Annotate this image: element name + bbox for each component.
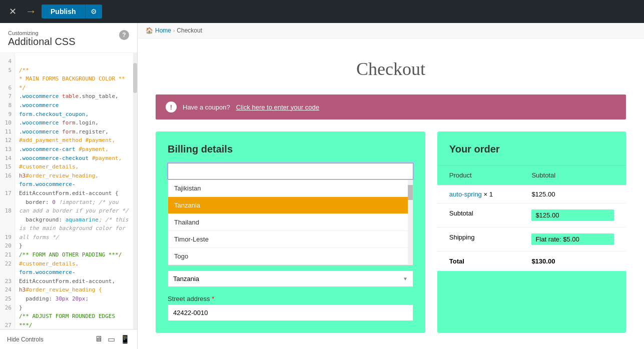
customizing-label: Customizing bbox=[8, 30, 76, 36]
order-shipping-row: Shipping Flat rate: $5.00 bbox=[437, 227, 626, 251]
mobile-icon[interactable]: 📱 bbox=[120, 334, 130, 344]
coupon-info-icon: ! bbox=[166, 102, 177, 112]
country-option-tanzania[interactable]: Tanzania bbox=[168, 197, 413, 214]
arrow-icon: → bbox=[26, 5, 37, 18]
desktop-icon[interactable]: 🖥 bbox=[95, 334, 103, 344]
publish-group: Publish ⚙ bbox=[42, 4, 102, 18]
country-option-tajikistan[interactable]: Tajikistan bbox=[168, 180, 413, 197]
home-icon: 🏠 bbox=[146, 27, 153, 34]
hide-controls-button[interactable]: Hide Controls bbox=[7, 336, 44, 343]
line-numbers: 4 5 6 7 8 9 10 11 12 13 14 15 16 17 18 bbox=[0, 53, 15, 329]
coupon-link[interactable]: Click here to enter your code bbox=[236, 104, 319, 111]
order-shipping-value: Flat rate: $5.00 bbox=[531, 234, 614, 245]
selected-country-bar[interactable]: Tanzania ▼ bbox=[168, 270, 413, 287]
sidebar-header-left: Customizing Additional CSS bbox=[8, 30, 76, 48]
order-card: Your order Product Subtotal auto-spring … bbox=[437, 132, 626, 333]
help-icon[interactable]: ? bbox=[119, 30, 129, 40]
country-option-togo[interactable]: Togo bbox=[168, 248, 413, 265]
top-bar: ✕ → Publish ⚙ bbox=[0, 0, 644, 23]
order-subtotal-row: Subtotal $125.00 bbox=[437, 203, 626, 227]
order-product-price: $125.00 bbox=[531, 190, 614, 198]
order-shipping-label: Shipping bbox=[449, 234, 532, 245]
billing-card: Billing details Tajikistan Tanzania Thai… bbox=[156, 132, 425, 333]
breadcrumb-home[interactable]: Home bbox=[155, 27, 171, 34]
hide-controls-label: Hide Controls bbox=[7, 336, 44, 343]
code-content[interactable]: /** * MAIN FORMS BACKGROUND COLOR ***/ .… bbox=[15, 53, 133, 329]
coupon-banner: ! Have a coupon? Click here to enter you… bbox=[156, 94, 626, 120]
order-total-row: Total $130.00 bbox=[437, 251, 626, 271]
breadcrumb: 🏠 Home › Checkout bbox=[138, 23, 644, 38]
country-dropdown: Tajikistan Tanzania Thailand Timor-Leste… bbox=[168, 180, 413, 266]
sidebar: Customizing Additional CSS ? 4 5 6 7 8 9… bbox=[0, 23, 138, 349]
dropdown-arrow-icon: ▼ bbox=[403, 276, 408, 282]
sidebar-bottom: Hide Controls 🖥 ▭ 📱 bbox=[0, 329, 137, 349]
dropdown-scroll-thumb bbox=[408, 185, 413, 200]
breadcrumb-current: Checkout bbox=[177, 27, 202, 34]
order-subtotal-label: Subtotal bbox=[449, 210, 532, 221]
selected-country-value: Tanzania bbox=[173, 275, 199, 282]
street-address-label: Street address * bbox=[168, 295, 413, 302]
coupon-text: Have a coupon? bbox=[183, 104, 230, 111]
order-product-qty: × 1 bbox=[483, 190, 492, 198]
billing-title: Billing details bbox=[168, 144, 413, 155]
publish-settings-button[interactable]: ⚙ bbox=[85, 4, 102, 18]
dropdown-scrollbar[interactable] bbox=[408, 180, 413, 265]
order-col-subtotal: Subtotal bbox=[531, 172, 614, 179]
arrow-indicator: → bbox=[26, 5, 37, 18]
main-content: 🏠 Home › Checkout Checkout ! Have a coup… bbox=[138, 23, 644, 349]
order-total-value: $130.00 bbox=[531, 258, 614, 265]
order-total-label: Total bbox=[449, 258, 532, 265]
order-product-row: auto-spring × 1 $125.00 bbox=[437, 185, 626, 203]
publish-button[interactable]: Publish bbox=[42, 4, 85, 18]
country-search-input[interactable] bbox=[168, 163, 413, 180]
order-product-name[interactable]: auto-spring × 1 bbox=[449, 190, 532, 198]
device-icons: 🖥 ▭ 📱 bbox=[95, 334, 130, 344]
country-option-thailand[interactable]: Thailand bbox=[168, 214, 413, 231]
sidebar-title: Additional CSS bbox=[8, 36, 76, 48]
close-button[interactable]: ✕ bbox=[5, 4, 21, 19]
street-address-input[interactable] bbox=[168, 304, 413, 321]
main-layout: Customizing Additional CSS ? 4 5 6 7 8 9… bbox=[0, 23, 644, 349]
required-indicator: * bbox=[212, 295, 214, 302]
sidebar-header: Customizing Additional CSS ? bbox=[0, 23, 137, 53]
country-option-timor-leste[interactable]: Timor-Leste bbox=[168, 231, 413, 248]
order-card-header: Your order bbox=[437, 132, 626, 165]
checkout-page: Checkout ! Have a coupon? Click here to … bbox=[141, 38, 641, 349]
code-scrollbar[interactable] bbox=[133, 53, 137, 329]
code-scroll-thumb bbox=[133, 63, 137, 93]
order-col-product: Product bbox=[449, 172, 532, 179]
order-subtotal-value: $125.00 bbox=[531, 210, 614, 221]
breadcrumb-separator: › bbox=[173, 28, 175, 34]
code-editor[interactable]: 4 5 6 7 8 9 10 11 12 13 14 15 16 17 18 bbox=[0, 53, 137, 329]
order-table-header: Product Subtotal bbox=[437, 165, 626, 185]
checkout-title: Checkout bbox=[156, 58, 626, 80]
tablet-icon[interactable]: ▭ bbox=[108, 334, 115, 344]
order-title: Your order bbox=[449, 144, 614, 155]
checkout-columns: Billing details Tajikistan Tanzania Thai… bbox=[156, 132, 626, 333]
